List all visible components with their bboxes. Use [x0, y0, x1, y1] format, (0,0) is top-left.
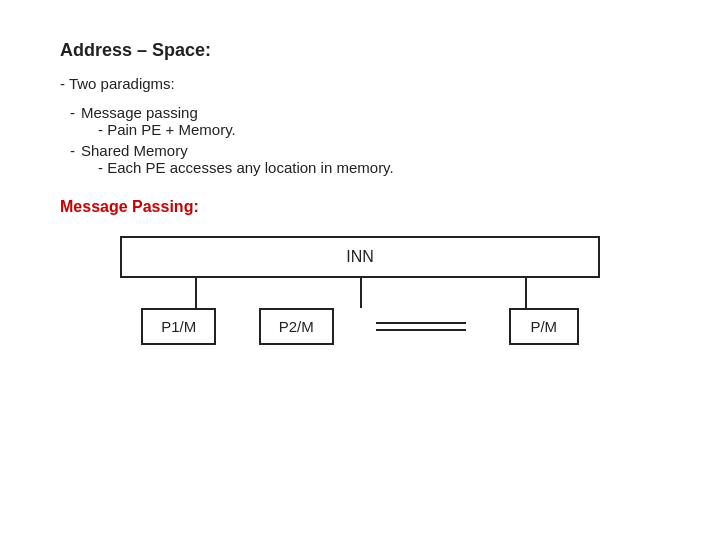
list-item: - Message passing - Pain PE + Memory.	[70, 104, 660, 138]
dline-top	[376, 322, 466, 324]
connector-left	[195, 278, 197, 308]
list-item: - Shared Memory - Each PE accesses any l…	[70, 142, 660, 176]
inn-box: INN	[120, 236, 600, 278]
dash-icon: -	[70, 104, 75, 121]
connector-lines	[120, 278, 600, 308]
connector-middle	[360, 278, 362, 308]
section-heading: Message Passing:	[60, 198, 660, 216]
pe-box-p1m: P1/M	[141, 308, 216, 345]
bullet-sub-text: - Each PE accesses any location in memor…	[98, 159, 660, 176]
bullet-main-text: Message passing	[81, 104, 198, 121]
diagram: INN P1/M P2/M P/M	[60, 236, 660, 345]
pe-box-pm: P/M	[509, 308, 579, 345]
bullet-sub-text: - Pain PE + Memory.	[98, 121, 660, 138]
double-line-connector	[376, 322, 466, 331]
pe-box-p2m: P2/M	[259, 308, 334, 345]
dline-bottom	[376, 329, 466, 331]
subtitle-text: - Two paradigms:	[60, 75, 660, 92]
dash-icon: -	[70, 142, 75, 159]
page-title: Address – Space:	[60, 40, 660, 61]
connector-right	[525, 278, 527, 308]
pe-boxes-row: P1/M P2/M P/M	[120, 308, 600, 345]
bullet-main-text: Shared Memory	[81, 142, 188, 159]
slide: Address – Space: - Two paradigms: - Mess…	[0, 0, 720, 540]
bullet-list: - Message passing - Pain PE + Memory. - …	[70, 104, 660, 176]
